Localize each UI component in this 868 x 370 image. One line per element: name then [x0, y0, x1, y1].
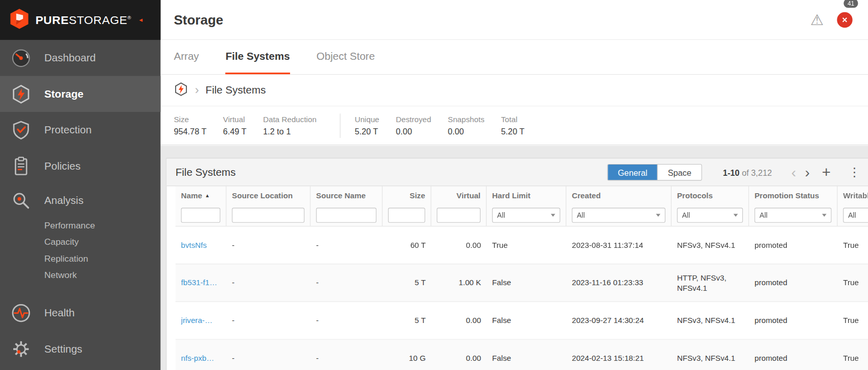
table-row: fb531-f1…--5 T1.00 KFalse2023-11-16 01:2…: [176, 264, 868, 302]
cell-source-location: -: [226, 302, 310, 339]
column-header-promotion-status[interactable]: Promotion Status: [749, 186, 837, 204]
column-label: Protocols: [677, 191, 713, 200]
file-system-name-link[interactable]: bvtsNfs: [181, 240, 207, 250]
cell-promotion-status: promoted: [749, 340, 837, 370]
dashboard-icon: [11, 48, 31, 68]
filter-select-writable[interactable]: All: [843, 208, 868, 223]
stat-value: 954.78 T: [174, 127, 206, 136]
array-hexagon-icon[interactable]: [174, 82, 188, 99]
cell-size: 5 T: [382, 302, 431, 339]
column-header-source-location[interactable]: Source Location: [226, 186, 310, 204]
cell-source-name: -: [310, 226, 382, 264]
filter-select-created[interactable]: All: [572, 208, 665, 223]
sidebar-spacer: [0, 284, 160, 295]
column-header-virtual[interactable]: Virtual: [431, 186, 487, 204]
column-header-hard-limit[interactable]: Hard Limit: [487, 186, 566, 204]
brand-logo[interactable]: PURESTORAGE® ◂: [0, 0, 160, 40]
sidebar-item-health[interactable]: Health: [0, 295, 160, 331]
tab-object-store[interactable]: Object Store: [317, 40, 375, 74]
sidebar-item-dashboard[interactable]: Dashboard: [0, 40, 160, 76]
sidebar-item-settings[interactable]: Settings: [0, 331, 160, 366]
table-head: Name▲Source LocationSource NameSizeVirtu…: [176, 186, 868, 226]
column-label: Source Location: [232, 191, 293, 200]
filter-input-source-name[interactable]: [316, 208, 376, 223]
brand-wordmark: PURESTORAGE®: [35, 13, 131, 27]
stat-value: 0.00: [448, 127, 485, 136]
tab-array[interactable]: Array: [174, 40, 199, 74]
chevron-down-icon: [822, 214, 827, 216]
stat-label: Destroyed: [396, 114, 431, 123]
alerts-close-button[interactable]: ✕ 41: [837, 12, 852, 28]
filter-cell-writable: All: [837, 204, 868, 226]
column-header-source-name[interactable]: Source Name: [310, 186, 382, 204]
add-file-system-button[interactable]: +: [817, 165, 835, 180]
sidebar-item-label: Health: [44, 307, 75, 319]
sidebar-subitem-replication[interactable]: Replication: [0, 250, 160, 267]
sidebar-subitem-network[interactable]: Network: [0, 267, 160, 284]
filter-select-hard-limit[interactable]: All: [492, 208, 560, 223]
filter-cell-promotion-status: All: [749, 204, 837, 226]
sidebar-item-label: Dashboard: [44, 52, 96, 64]
column-header-created[interactable]: Created: [566, 186, 671, 204]
sidebar-item-policies[interactable]: Policies: [0, 148, 160, 183]
stat-value: 0.00: [396, 127, 431, 136]
sidebar-item-protection[interactable]: Protection: [0, 112, 160, 148]
warning-icon[interactable]: ⚠: [810, 12, 824, 27]
cell-protocols: NFSv3, NFSv4.1: [671, 302, 749, 339]
file-system-name-link[interactable]: jrivera-…: [181, 315, 213, 326]
column-header-writable[interactable]: Writable: [837, 186, 868, 204]
protection-shield-icon: [11, 120, 31, 140]
file-system-name-link[interactable]: fb531-f1…: [181, 278, 218, 288]
cell-writable: True: [837, 226, 868, 264]
cell-name: nfs-pxb…: [176, 340, 227, 370]
column-label: Virtual: [456, 191, 480, 200]
previous-page-icon[interactable]: ‹: [787, 165, 801, 179]
brand-bold: PURE: [35, 13, 68, 26]
sidebar-collapse-icon[interactable]: ◂: [139, 16, 142, 24]
cell-size: 10 G: [382, 340, 431, 370]
filter-cell-source-name: [310, 204, 382, 226]
view-toggle-space[interactable]: Space: [657, 165, 701, 180]
panel-menu-kebab-icon[interactable]: ⋮: [844, 166, 865, 178]
panel-header: File Systems General Space 1-10 of 3,212…: [166, 158, 868, 186]
sidebar-item-label: Settings: [44, 343, 82, 355]
table-body: bvtsNfs--60 T0.00True2023-08-31 11:37:14…: [176, 226, 868, 370]
file-systems-table: Name▲Source LocationSource NameSizeVirtu…: [176, 186, 868, 370]
close-icon: ✕: [842, 16, 848, 24]
panel-title: File Systems: [176, 166, 236, 178]
stat-virtual: Virtual 6.49 T: [223, 114, 247, 136]
cell-promotion-status: promoted: [749, 302, 837, 339]
pagination-summary: 1-10 of 3,212: [723, 168, 772, 177]
column-header-name[interactable]: Name▲: [176, 186, 227, 204]
cell-hard-limit: False: [487, 302, 566, 339]
filter-input-size[interactable]: [388, 208, 425, 223]
file-system-name-link[interactable]: nfs-pxb…: [181, 353, 214, 364]
cell-writable: True: [837, 302, 868, 339]
column-header-protocols[interactable]: Protocols: [671, 186, 749, 204]
sidebar-item-analysis[interactable]: Analysis: [0, 184, 160, 217]
cell-virtual: 0.00: [431, 226, 487, 264]
filter-input-name[interactable]: [181, 208, 221, 223]
sidebar-subitem-capacity[interactable]: Capacity: [0, 234, 160, 251]
filter-select-promotion-status[interactable]: All: [755, 208, 832, 223]
brand-reg: ®: [128, 15, 132, 20]
top-bar: Storage ⚠ ✕ 41: [160, 0, 868, 40]
filter-select-protocols[interactable]: All: [677, 208, 743, 223]
filter-input-source-location[interactable]: [232, 208, 304, 223]
cell-promotion-status: promoted: [749, 226, 837, 264]
view-toggle-general[interactable]: General: [608, 165, 657, 180]
cell-created: 2024-02-13 15:18:21: [566, 340, 671, 370]
tab-file-systems[interactable]: File Systems: [226, 40, 290, 74]
column-header-size[interactable]: Size: [382, 186, 431, 204]
stat-label: Snapshots: [448, 114, 485, 123]
filter-input-virtual[interactable]: [437, 208, 480, 223]
sidebar-item-storage[interactable]: Storage: [0, 76, 160, 112]
filter-select-value: All: [759, 211, 767, 219]
chevron-right-icon: ›: [195, 84, 199, 97]
chevron-down-icon: [551, 214, 556, 216]
stat-total: Total 5.20 T: [501, 114, 524, 136]
page-title: Storage: [174, 12, 223, 27]
cell-hard-limit: False: [487, 340, 566, 370]
next-page-icon[interactable]: ›: [801, 165, 814, 179]
sidebar-subitem-performance[interactable]: Performance: [0, 217, 160, 234]
